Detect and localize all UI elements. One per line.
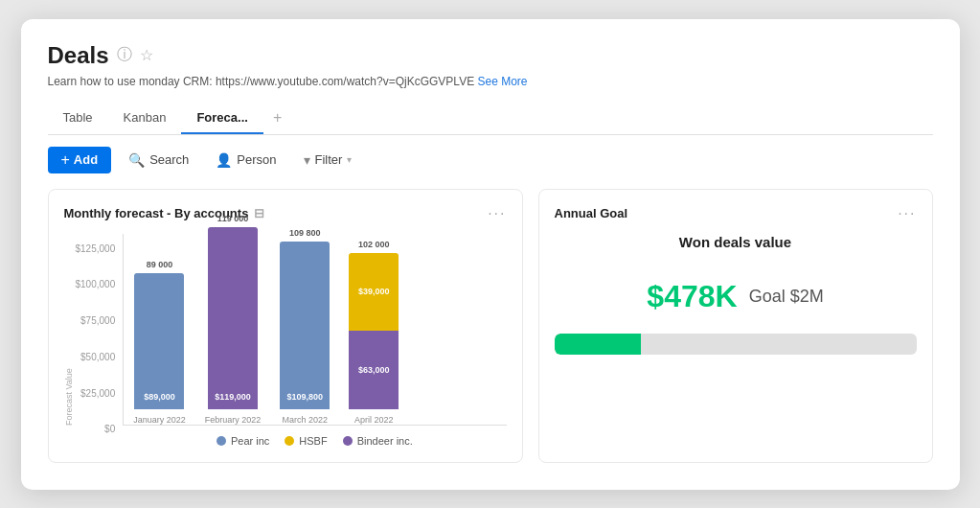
bar-apr: $63,000 $39,000 <box>349 253 399 409</box>
search-label: Search <box>149 152 189 167</box>
main-window: Deals ⓘ ☆ Learn how to use monday CRM: h… <box>21 19 960 490</box>
goal-current-value: $478K <box>647 279 737 314</box>
add-label: Add <box>74 152 98 167</box>
goal-subtitle: Won deals value <box>555 234 917 250</box>
star-icon[interactable]: ☆ <box>140 46 153 64</box>
goal-card-menu[interactable]: ··· <box>898 205 916 222</box>
bar-chart-inner: 89 000 $89,000 January 2022 119 000 $119… <box>123 234 506 447</box>
toolbar: + Add 🔍 Search 👤 Person ▾ Filter ▾ <box>48 147 933 173</box>
goal-text: Goal $2M <box>749 287 824 307</box>
y-axis: $125,000 $100,000 $75,000 $50,000 $25,00… <box>76 243 124 435</box>
y-axis-label: Forecast Value <box>64 234 74 426</box>
bar-feb: $119,000 <box>208 227 258 409</box>
chart-legend: Pear inc HSBF Bindeer inc. <box>123 435 506 447</box>
bar-mar: $109,800 <box>280 242 330 409</box>
subtitle-text: Learn how to use monday CRM: https://www… <box>48 75 475 88</box>
apr-segment-top: $39,000 <box>349 253 399 332</box>
chart-body: Forecast Value $125,000 $100,000 $75,000… <box>64 234 507 447</box>
goal-card-title: Annual Goal <box>555 206 628 220</box>
tab-add-button[interactable]: + <box>263 102 291 134</box>
bar-chart-card: Monthly forecast - By accounts ⊟ ··· For… <box>48 189 523 463</box>
legend-dot-bindeer <box>343 436 353 446</box>
legend-label-hsbf: HSBF <box>299 435 327 447</box>
bar-group-feb: 119 000 $119,000 February 2022 <box>205 214 262 425</box>
tabs-row: Table Kanban Foreca... + <box>48 102 933 135</box>
bar-jan: $89,000 <box>134 273 184 409</box>
filter-button[interactable]: ▾ Filter ▾ <box>294 147 362 173</box>
progress-bar-bg <box>555 334 917 355</box>
info-icon[interactable]: ⓘ <box>117 45 132 65</box>
search-button[interactable]: 🔍 Search <box>119 147 198 173</box>
tab-table[interactable]: Table <box>48 103 108 134</box>
tab-forecast[interactable]: Foreca... <box>181 103 262 134</box>
charts-area: Monthly forecast - By accounts ⊟ ··· For… <box>48 189 933 463</box>
filter-label: Filter <box>315 152 343 167</box>
bar-group-jan: 89 000 $89,000 January 2022 <box>133 260 186 425</box>
page-title-row: Deals ⓘ ☆ <box>48 42 933 69</box>
bars-row: 89 000 $89,000 January 2022 119 000 $119… <box>123 234 506 426</box>
apr-segment-bottom: $63,000 <box>349 331 399 409</box>
legend-item-bindeer: Bindeer inc. <box>343 435 413 447</box>
page-title: Deals <box>48 42 109 69</box>
filter-chevron-icon: ▾ <box>347 154 352 165</box>
progress-bar-fill <box>555 334 642 355</box>
legend-item-hsbf: HSBF <box>285 435 327 447</box>
filter-icon: ▾ <box>304 152 310 168</box>
subtitle: Learn how to use monday CRM: https://www… <box>48 75 933 88</box>
legend-dot-pear <box>217 436 226 446</box>
legend-dot-hsbf <box>285 436 294 446</box>
goal-card-header: Annual Goal ··· <box>555 205 917 222</box>
goal-value-row: $478K Goal $2M <box>555 279 917 314</box>
person-label: Person <box>237 152 276 167</box>
person-icon: 👤 <box>216 152 232 168</box>
person-button[interactable]: 👤 Person <box>206 147 285 173</box>
tab-kanban[interactable]: Kanban <box>108 103 182 134</box>
add-button[interactable]: + Add <box>48 147 112 173</box>
search-icon: 🔍 <box>128 152 145 168</box>
goal-card: Annual Goal ··· Won deals value $478K Go… <box>538 189 933 463</box>
legend-label-bindeer: Bindeer inc. <box>357 435 413 447</box>
legend-label-pear: Pear inc <box>231 435 269 447</box>
bar-group-apr: 102 000 $63,000 $39,000 April 2022 <box>349 240 399 425</box>
bar-chart-menu[interactable]: ··· <box>488 205 506 222</box>
see-more-link[interactable]: See More <box>478 75 528 88</box>
plus-icon: + <box>61 152 70 168</box>
bar-chart-header: Monthly forecast - By accounts ⊟ ··· <box>64 205 507 222</box>
bar-group-mar: 109 800 $109,800 March 2022 <box>280 228 330 425</box>
legend-item-pear: Pear inc <box>217 435 269 447</box>
